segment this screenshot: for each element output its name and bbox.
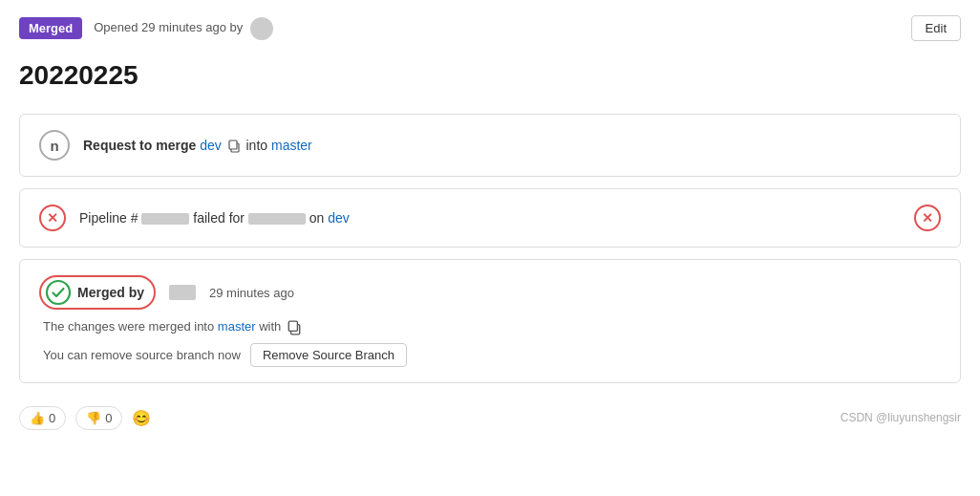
merge-icon-circle: n [39,130,70,161]
header-left: Merged Opened 29 minutes ago by [19,17,273,40]
avatar-small [250,17,273,40]
merged-by-card: Merged by 29 minutes ago The changes wer… [19,259,961,383]
svg-rect-1 [229,140,237,149]
copy-commit-icon[interactable] [287,320,302,335]
header-bar: Merged Opened 29 minutes ago by Edit [19,15,961,41]
svg-rect-4 [288,321,297,331]
pipeline-commit-blurred [248,213,306,225]
thumbs-up-button[interactable]: 👍 0 [19,406,66,430]
thumbs-down-count: 0 [105,411,112,425]
pipeline-number-blurred [141,213,189,225]
svg-point-2 [47,281,70,304]
thumbs-up-icon: 👍 [30,411,45,425]
add-emoji-button[interactable]: 😊 [132,409,151,427]
merge-request-row: n Request to merge dev into master [39,130,941,161]
remove-source-branch-button[interactable]: Remove Source Branch [250,343,407,367]
merged-time: 29 minutes ago [209,286,294,300]
csdn-watermark: CSDN @liuyunshengsir [841,411,961,424]
thumbs-down-icon: 👎 [86,411,101,425]
pipeline-text: Pipeline # failed for on dev [79,210,350,226]
merged-by-label: Merged by [77,285,144,300]
master-branch-link[interactable]: master [218,319,256,334]
reactions-left: 👍 0 👎 0 😊 [19,406,151,430]
merged-badge: Merged [19,17,82,39]
remove-branch-row: You can remove source branch now Remove … [43,343,941,367]
merged-by-highlight: Merged by [39,275,156,310]
success-check-icon [45,279,72,306]
merged-top-row: Merged by 29 minutes ago [39,275,941,310]
thumbs-up-count: 0 [49,411,55,425]
thumbs-down-button[interactable]: 👎 0 [75,406,122,430]
pipeline-left: ✕ Pipeline # failed for on dev [39,205,350,231]
pipeline-fail-icon: ✕ [39,205,66,231]
merge-text: Request to merge dev into master [83,138,312,153]
request-to-merge-card: n Request to merge dev into master [19,114,961,177]
copy-icon[interactable] [227,140,241,153]
pipeline-fail-icon-right: ✕ [914,205,941,231]
mr-title: 20220225 [19,60,961,91]
merged-info-row: The changes were merged into master with [43,319,941,335]
header-meta: Opened 29 minutes ago by [94,17,273,40]
pipeline-card: ✕ Pipeline # failed for on dev ✕ [19,188,961,248]
edit-button[interactable]: Edit [911,15,961,41]
reactions-bar: 👍 0 👎 0 😊 CSDN @liuyunshengsir [19,399,961,430]
pipeline-row: ✕ Pipeline # failed for on dev ✕ [39,205,941,231]
merged-avatar [169,285,196,300]
